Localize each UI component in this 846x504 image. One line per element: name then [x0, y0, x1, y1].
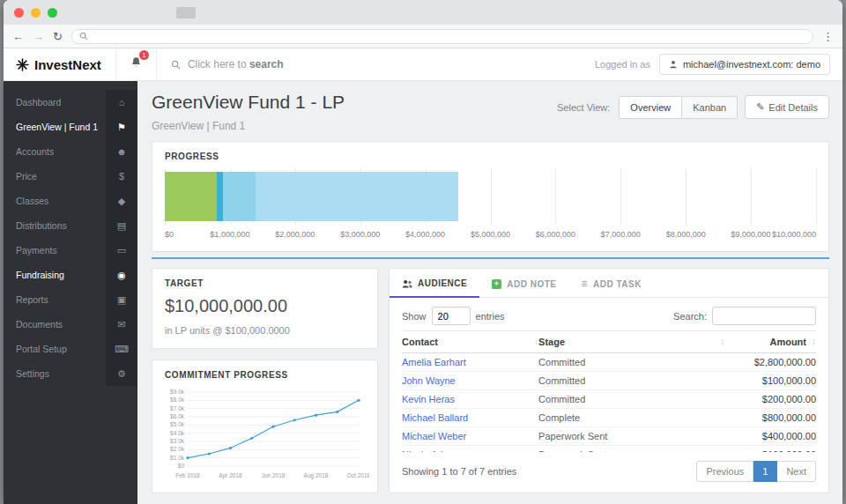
- progress-axis-label: $2,000,000: [275, 230, 315, 239]
- sidebar-item-greenview-fund-1[interactable]: GreenView | Fund 1 ⚑: [4, 115, 137, 139]
- address-bar[interactable]: [71, 29, 813, 44]
- sidebar-item-documents[interactable]: Documents ✉: [4, 312, 137, 337]
- sidebar-item-price[interactable]: Price $: [4, 164, 137, 189]
- data-point: [336, 411, 338, 413]
- starburst-icon: [16, 58, 29, 71]
- pagination: Previous 1 Next: [696, 461, 816, 482]
- notifications-button[interactable]: 1: [116, 56, 156, 72]
- data-point: [357, 399, 360, 402]
- target-subtitle: in LP units @ $100,000.0000: [152, 316, 377, 336]
- sidebar-item-reports[interactable]: Reports ▣: [4, 287, 137, 312]
- progress-axis-label: $9,000,000: [731, 230, 771, 239]
- window-controls: [14, 8, 57, 18]
- sidebar-item-distributions[interactable]: Distributions ▤: [4, 213, 137, 238]
- contact-link[interactable]: John Wayne: [402, 375, 456, 386]
- eye-icon: ◉: [106, 263, 137, 287]
- progress-axis-label: $8,000,000: [666, 230, 706, 239]
- browser-window: ← → ↻ ⋮ InvestNext 1: [4, 0, 842, 504]
- edit-details-button[interactable]: ✎ Edit Details: [745, 95, 829, 119]
- table-row[interactable]: Kevin Heras Committed $200,000.00: [402, 390, 816, 409]
- close-window-button[interactable]: [14, 8, 24, 18]
- y-axis-label: $3.0k: [170, 438, 185, 444]
- target-card-title: TARGET: [152, 269, 377, 293]
- progress-axis-label: $6,000,000: [536, 230, 575, 239]
- user-icon: [669, 60, 678, 69]
- browser-menu-icon[interactable]: ⋮: [822, 30, 834, 43]
- tab-add-task[interactable]: ≡ ADD TASK: [568, 269, 653, 297]
- browser-tab[interactable]: [176, 7, 196, 19]
- data-point: [207, 452, 210, 455]
- table-row[interactable]: Michael Weber Paperwork Sent $400,000.00: [402, 427, 816, 446]
- contact-link[interactable]: Michael Ballard: [402, 412, 468, 423]
- table-row[interactable]: Nicole Adams Paperwork Sent $100,000.00: [402, 446, 816, 453]
- sidebar-item-classes[interactable]: Classes ◆: [4, 189, 137, 213]
- progress-segment-complete: [165, 172, 217, 221]
- audience-tabs: AUDIENCE + ADD NOTE ≡ ADD TASK: [390, 269, 828, 298]
- view-toggle-group: Overview Kanban: [619, 96, 738, 119]
- credit-card-icon: ▭: [106, 238, 137, 263]
- progress-segment-committed: [256, 172, 457, 221]
- amount-cell: $200,000.00: [725, 390, 816, 409]
- table-row[interactable]: John Wayne Committed $100,000.00: [402, 372, 816, 390]
- contact-link[interactable]: Amelia Earhart: [402, 357, 466, 367]
- investnext-logo[interactable]: InvestNext: [16, 57, 115, 72]
- y-axis-label: $5.0k: [170, 421, 185, 427]
- book-icon: ▤: [106, 213, 137, 238]
- sidebar-item-accounts[interactable]: Accounts ☻: [4, 139, 137, 164]
- amount-cell: $100,000.00: [725, 446, 816, 453]
- commitment-card-title: COMMITMENT PROGRESS: [152, 360, 377, 385]
- page-title: GreenView Fund 1 - LP: [152, 92, 345, 113]
- entries-count-input[interactable]: [432, 307, 471, 325]
- page-1-button[interactable]: 1: [753, 461, 777, 482]
- main-content: GreenView Fund 1 - LP GreenView | Fund 1…: [137, 81, 842, 504]
- table-row[interactable]: Amelia Earhart Committed $2,800,000.00: [402, 353, 816, 372]
- logo-text: InvestNext: [34, 57, 101, 72]
- sort-icon[interactable]: ↕: [812, 337, 816, 346]
- global-search-input[interactable]: Click here to search: [157, 58, 595, 70]
- next-page-button[interactable]: Next: [777, 461, 816, 482]
- tab-audience[interactable]: AUDIENCE: [390, 269, 479, 298]
- contact-link[interactable]: Michael Weber: [402, 431, 466, 441]
- envelope-icon: ✉: [106, 312, 137, 337]
- sidebar-item-settings[interactable]: Settings ⚙: [4, 361, 137, 386]
- sidebar-item-portal-setup[interactable]: Portal Setup ⌨: [4, 337, 137, 361]
- zoom-window-button[interactable]: [48, 8, 57, 18]
- sidebar-item-dashboard[interactable]: Dashboard ⌂: [4, 90, 137, 115]
- search-icon: [171, 60, 181, 70]
- stage-column-header[interactable]: Stage↕: [538, 331, 725, 353]
- x-axis-label: Apr 2018: [219, 472, 242, 479]
- reload-icon[interactable]: ↻: [53, 31, 63, 42]
- account-button[interactable]: michael@investnext.com: demo: [659, 54, 830, 75]
- progress-axis-label: $5,000,000: [471, 230, 510, 239]
- overview-view-button[interactable]: Overview: [619, 96, 682, 119]
- amount-column-header[interactable]: ↕Amount: [725, 331, 816, 353]
- kanban-view-button[interactable]: Kanban: [682, 96, 738, 119]
- y-axis-label: $9.0k: [170, 389, 185, 395]
- contact-link[interactable]: Kevin Heras: [402, 394, 455, 404]
- x-axis-label: Feb 2018: [175, 472, 200, 478]
- contact-column-header[interactable]: Contact↕: [402, 331, 538, 353]
- progress-stacked-bar: [165, 172, 816, 221]
- y-axis-label: $2.0k: [170, 446, 185, 452]
- search-placeholder: Click here to search: [188, 58, 284, 70]
- progress-card-title: PROGRESS: [152, 142, 828, 167]
- table-search-control: Search:: [673, 307, 816, 325]
- sidebar-item-payments[interactable]: Payments ▭: [4, 238, 137, 263]
- dollar-icon: $: [106, 164, 137, 189]
- stage-cell: Committed: [538, 353, 725, 372]
- sort-icon[interactable]: ↕: [721, 337, 725, 346]
- tab-add-note[interactable]: + ADD NOTE: [479, 269, 568, 297]
- sidebar-item-fundraising[interactable]: Fundraising ◉: [4, 263, 137, 287]
- forward-icon[interactable]: →: [33, 31, 44, 42]
- progress-accent-line: [152, 257, 829, 259]
- data-point: [186, 456, 189, 459]
- table-search-input[interactable]: [712, 307, 816, 325]
- back-icon[interactable]: ←: [12, 31, 24, 42]
- progress-segment-paperwork-complete: [217, 172, 223, 221]
- previous-page-button[interactable]: Previous: [696, 461, 753, 482]
- home-icon: ⌂: [106, 90, 137, 115]
- gears-icon: ⚙: [106, 361, 137, 386]
- table-row[interactable]: Michael Ballard Complete $800,000.00: [402, 409, 816, 427]
- minimize-window-button[interactable]: [31, 8, 41, 18]
- audience-table: Contact↕ Stage↕ ↕Amount Amelia Earhart C…: [402, 330, 816, 452]
